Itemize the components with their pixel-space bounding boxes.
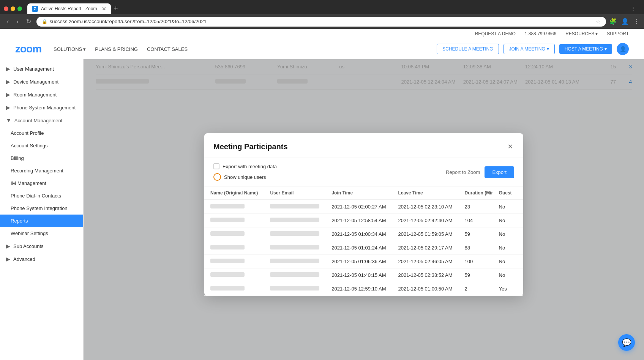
participant-leave-time: 2021-12-05 02:29:17 AM: [392, 241, 458, 255]
chevron-right-icon: ▶: [6, 66, 10, 72]
participant-duration: 2: [459, 282, 493, 296]
export-meeting-data-checkbox-row[interactable]: Export with meeting data: [213, 163, 277, 169]
lock-icon: 🔒: [42, 19, 47, 24]
sidebar-item-phone-dialin[interactable]: Phone Dial-in Contacts: [0, 189, 83, 202]
nav-forward-button[interactable]: ›: [14, 17, 21, 27]
participant-email: [270, 286, 319, 291]
user-profile-icon[interactable]: 👤: [621, 18, 629, 25]
participant-email: [270, 231, 319, 236]
nav-reload-button[interactable]: ↻: [24, 16, 33, 27]
maximize-btn[interactable]: [17, 6, 22, 11]
sidebar-item-reports[interactable]: Reports: [0, 215, 83, 227]
new-tab-button[interactable]: +: [111, 3, 121, 14]
show-unique-users-checkbox[interactable]: [213, 173, 221, 181]
sidebar-label: Account Profile: [11, 130, 44, 136]
sidebar-item-user-management[interactable]: ▶ User Management: [0, 62, 83, 75]
nav-solutions[interactable]: SOLUTIONS ▾: [54, 46, 86, 52]
sidebar-label: Billing: [11, 155, 24, 161]
support-link[interactable]: SUPPORT: [607, 31, 629, 36]
close-btn[interactable]: [4, 6, 8, 11]
show-unique-users-checkbox-row[interactable]: Show unique users: [213, 173, 277, 181]
resources-link[interactable]: RESOURCES ▾: [565, 31, 598, 36]
participant-email: [270, 272, 319, 277]
schedule-meeting-button[interactable]: SCHEDULE A MEETING: [437, 44, 499, 54]
sidebar-item-advanced[interactable]: ▶ Advanced: [0, 253, 83, 265]
address-bar[interactable]: 🔒 success.zoom.us/account/report/user?fr…: [36, 17, 606, 27]
participant-guest: No: [493, 241, 518, 255]
chat-fab-button[interactable]: 💬: [618, 334, 635, 351]
nav-plans[interactable]: PLANS & PRICING: [95, 46, 138, 52]
request-demo-link[interactable]: REQUEST A DEMO: [475, 31, 516, 36]
participant-name: [210, 259, 245, 263]
main-content: Yumi Shimizu's Personal Mee... 535 860 7…: [84, 59, 644, 360]
participant-email: [270, 245, 319, 249]
sidebar-label: Reports: [11, 218, 28, 224]
browser-tab[interactable]: Z Active Hosts Report - Zoom ✕: [27, 3, 111, 14]
show-unique-users-label: Show unique users: [224, 174, 266, 180]
table-row: 2021-12-05 02:00:27 AM2021-12-05 02:23:1…: [204, 200, 523, 214]
menu-icon[interactable]: ⋮: [633, 18, 639, 25]
participant-consent: Y: [518, 255, 523, 268]
phone-number: 1.888.799.9666: [525, 31, 556, 36]
participant-leave-time: 2021-12-05 02:42:40 AM: [392, 214, 458, 227]
participant-duration: 88: [459, 241, 493, 255]
modal-close-button[interactable]: ×: [506, 141, 514, 152]
chevron-down-icon: ▼: [6, 117, 11, 123]
modal-table-wrapper: Name (Original Name) User Email Join Tim…: [204, 186, 523, 296]
minimize-btn[interactable]: [11, 6, 15, 11]
sidebar-label: Device Management: [13, 79, 58, 85]
extensions-icon[interactable]: ⋮: [631, 6, 636, 11]
sidebar-item-im-management[interactable]: IM Management: [0, 177, 83, 189]
participant-consent: Y: [518, 241, 523, 255]
join-meeting-button[interactable]: JOIN A MEETING ▾: [504, 44, 555, 54]
sidebar-item-room-management[interactable]: ▶ Room Management: [0, 88, 83, 101]
host-meeting-button[interactable]: HOST A MEETING ▾: [559, 44, 612, 54]
modal-title: Meeting Participants: [213, 142, 288, 151]
sidebar-label: Sub Accounts: [13, 243, 44, 249]
chevron-right-icon: ▶: [6, 104, 10, 111]
sidebar-item-recording-management[interactable]: Recording Management: [0, 164, 83, 177]
export-meeting-data-checkbox[interactable]: [213, 163, 219, 169]
sidebar-item-phone-system-management[interactable]: ▶ Phone System Management: [0, 101, 83, 114]
user-avatar[interactable]: 👤: [617, 43, 629, 55]
table-row: 2021-12-05 01:01:24 AM2021-12-05 02:29:1…: [204, 241, 523, 255]
export-button[interactable]: Export: [485, 166, 514, 178]
table-row: 2021-12-05 01:40:15 AM2021-12-05 02:38:5…: [204, 268, 523, 282]
participant-guest: No: [493, 227, 518, 241]
participant-join-time: 2021-12-05 02:00:27 AM: [325, 200, 392, 214]
sidebar-item-account-settings[interactable]: Account Settings: [0, 139, 83, 152]
sidebar-item-account-management[interactable]: ▼ Account Management: [0, 114, 83, 127]
nav-contact[interactable]: CONTACT SALES: [147, 46, 188, 52]
table-row: 2021-12-05 01:00:34 AM2021-12-05 01:59:0…: [204, 227, 523, 241]
participant-leave-time: 2021-12-05 01:00:50 AM: [392, 282, 458, 296]
extensions-toolbar-icon[interactable]: 🧩: [609, 18, 617, 25]
chevron-right-icon: ▶: [6, 79, 10, 85]
col-join-time: Join Time: [325, 186, 392, 200]
nav-back-button[interactable]: ‹: [5, 17, 11, 27]
participant-join-time: 2021-12-05 01:06:36 AM: [325, 255, 392, 268]
tab-close-icon[interactable]: ✕: [102, 6, 106, 12]
participant-email: [270, 204, 319, 208]
participant-consent: [518, 214, 523, 227]
participant-guest: Yes: [493, 282, 518, 296]
sidebar: ▶ User Management ▶ Device Management ▶ …: [0, 59, 84, 360]
modal-actions: Report to Zoom Export: [446, 166, 514, 178]
sidebar-label: Phone System Management: [13, 105, 76, 111]
sidebar-item-phone-system-integration[interactable]: Phone System Integration: [0, 202, 83, 215]
sidebar-label: IM Management: [11, 180, 46, 186]
participant-join-time: 2021-12-05 01:01:24 AM: [325, 241, 392, 255]
participant-duration: 59: [459, 227, 493, 241]
modal-header: Meeting Participants ×: [204, 133, 523, 158]
sidebar-item-sub-accounts[interactable]: ▶ Sub Accounts: [0, 240, 83, 253]
sidebar-item-account-profile[interactable]: Account Profile: [0, 127, 83, 139]
bookmark-icon[interactable]: ☆: [596, 19, 601, 25]
zoom-logo[interactable]: zoom: [15, 43, 41, 55]
sidebar-item-webinar-settings[interactable]: Webinar Settings: [0, 227, 83, 240]
modal-toolbar: Export with meeting data Show unique use…: [204, 158, 523, 186]
report-to-zoom-link[interactable]: Report to Zoom: [446, 169, 480, 175]
sidebar-item-billing[interactable]: Billing: [0, 152, 83, 164]
chat-icon: 💬: [622, 338, 631, 347]
sidebar-item-device-management[interactable]: ▶ Device Management: [0, 75, 83, 88]
participant-duration: 59: [459, 268, 493, 282]
participant-guest: No: [493, 255, 518, 268]
